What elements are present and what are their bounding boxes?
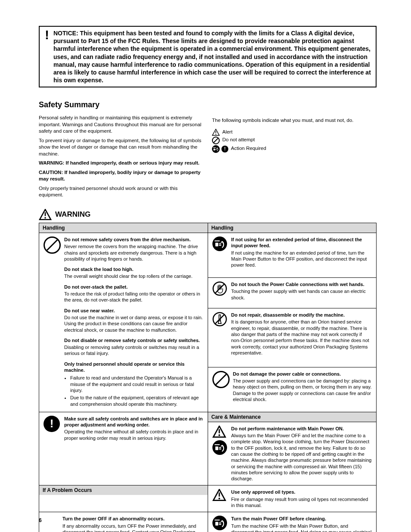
intro-p: Only properly trained personnel should w… (39, 185, 203, 199)
intro-p: WARNING: If handled improperly, death or… (39, 160, 203, 167)
safety-summary-title: Safety Summary (39, 100, 377, 109)
legend-alert: Alert (222, 129, 377, 136)
intro-row: Personal safety in handling or maintaini… (39, 112, 377, 201)
fcc-notice-box: ! NOTICE: This equipment has been tested… (39, 26, 377, 87)
svg-rect-4 (214, 148, 215, 150)
exclamation-icon: ! (45, 28, 49, 41)
table-row: Turn the power OFF if an abnormality occ… (39, 512, 208, 532)
intro-p: Personal safety in handling or maintaini… (39, 115, 203, 135)
legend-action: Action Required (231, 145, 377, 152)
intro-p: To prevent injury or damage to the equip… (39, 137, 203, 158)
unplug-icon (212, 516, 227, 530)
table-row: Do not remove safety covers from the dri… (39, 233, 208, 412)
alert-triangle-icon (212, 426, 226, 438)
alert-triangle-icon (212, 129, 220, 136)
prohibit-icon (212, 137, 220, 144)
warning-heading: WARNING (39, 209, 377, 220)
prohibit-icon (44, 236, 61, 254)
table-row: Do not perform maintenance with Main Pow… (208, 422, 377, 485)
mandatory-icon: ! (44, 416, 60, 432)
svg-rect-19 (215, 446, 218, 450)
table-row: Do not touch the Power Cable connections… (208, 278, 377, 304)
no-disassemble-icon (212, 312, 227, 327)
svg-point-22 (218, 498, 220, 500)
unplug-icon (212, 145, 220, 153)
table-row: Use only approved oil types. Fire or dam… (208, 485, 377, 512)
item: Only trained personnel should operate or… (64, 361, 203, 407)
table-row: Do not repair, disassemble or modify the… (208, 308, 377, 359)
mandatory-icon: ! (221, 146, 228, 152)
svg-point-2 (215, 134, 216, 135)
no-touch-icon (212, 281, 227, 296)
legend-intro: The following symbols indicate what you … (212, 117, 377, 124)
svg-line-14 (215, 314, 224, 324)
fcc-notice-text: NOTICE: This equipment has been tested a… (53, 29, 371, 84)
manual-page: ! NOTICE: This equipment has been tested… (0, 0, 411, 532)
table-row: ! Make sure all safety controls and swit… (39, 412, 208, 445)
icon-legend: The following symbols indicate what you … (212, 112, 377, 201)
unplug-icon (212, 236, 227, 251)
alert-triangle-icon (39, 209, 52, 220)
unplug-icon (212, 440, 227, 455)
item: Do not disable or remove safety controls… (64, 337, 203, 357)
care-header: Care & Maintenance (208, 412, 377, 422)
safety-table: Handling Handling Do not remove safety c… (39, 223, 377, 532)
prohibit-icon (212, 371, 230, 388)
item: Do not stack the load too high. The over… (64, 266, 203, 280)
warning-label: WARNING (55, 210, 90, 219)
legend-donot: Do not attempt (222, 137, 377, 143)
problem-header: If A Problem Occurs (39, 485, 208, 495)
alert-triangle-icon (212, 489, 226, 501)
intro-left: Personal safety in handling or maintaini… (39, 112, 203, 201)
col-header-right: Handling (208, 223, 377, 233)
item: Do not remove safety covers from the dri… (64, 236, 203, 262)
col-header-left: Handling (39, 223, 208, 233)
page-number: 6 (39, 517, 42, 523)
table-row: If not using for an extended period of t… (208, 233, 377, 271)
svg-rect-24 (215, 522, 218, 526)
table-row: Turn the main Power OFF before cleaning.… (208, 512, 377, 532)
svg-rect-9 (215, 243, 218, 246)
table-row: Do not damage the power cable or connect… (208, 367, 377, 406)
intro-p: CAUTION: If handled improperly, bodily i… (39, 169, 203, 183)
svg-point-17 (218, 434, 220, 436)
svg-point-7 (44, 217, 46, 219)
svg-line-11 (215, 284, 224, 293)
item: Do not over-stack the pallet. To reduce … (64, 284, 203, 303)
item: Do not use near water. Do not use the ma… (64, 308, 203, 333)
